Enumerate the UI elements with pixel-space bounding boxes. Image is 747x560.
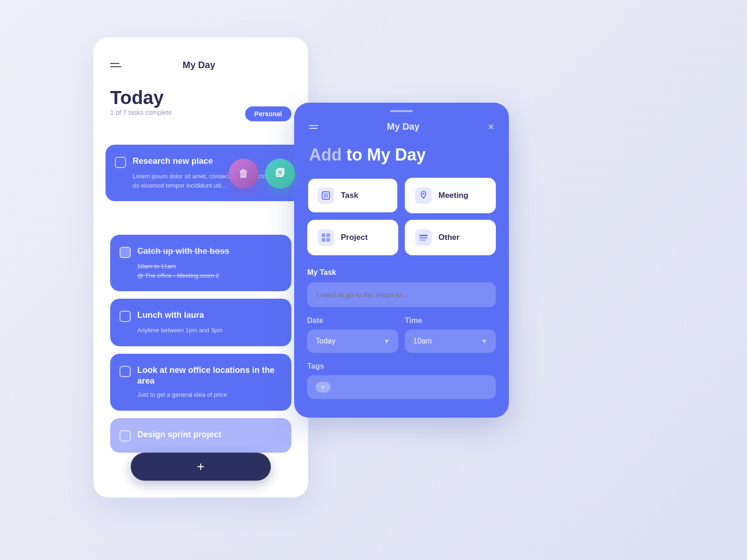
date-value: Today [316, 337, 336, 345]
right-card: My Day × Add to My Day Task [294, 103, 509, 418]
date-label: Date [307, 316, 398, 325]
today-label: Today [110, 87, 291, 108]
type-other-button[interactable]: Other [405, 220, 496, 255]
task-name: Lunch with laura [137, 310, 204, 321]
datetime-row: Date Today ▼ Time 10am ▼ [294, 307, 509, 353]
card-title: My Day [183, 60, 215, 70]
svg-point-4 [423, 193, 424, 195]
task-card[interactable]: Catch up with the boss 10am to 11am@ The… [110, 235, 291, 291]
left-card: My Day Today 1 of 7 tasks complete Perso… [93, 37, 308, 497]
type-project-label: Project [341, 233, 368, 242]
fab-delete-button[interactable]: 🗑 [229, 159, 259, 189]
svg-rect-6 [326, 233, 330, 237]
other-icon [415, 229, 432, 246]
type-meeting-label: Meeting [438, 191, 468, 200]
close-button[interactable]: × [488, 122, 494, 132]
meeting-icon [415, 187, 432, 204]
time-col: Time 10am ▼ [405, 316, 496, 353]
date-col: Date Today ▼ [307, 316, 398, 353]
menu-icon[interactable] [309, 125, 318, 129]
task-checkbox[interactable] [115, 157, 126, 168]
task-name: Catch up with the boss [137, 246, 229, 257]
task-row: Catch up with the boss [120, 246, 282, 258]
tags-label: Tags [307, 362, 496, 371]
type-project-button[interactable]: Project [307, 220, 398, 255]
tag-bubble: + [316, 382, 331, 392]
svg-rect-5 [322, 233, 325, 237]
type-task-button[interactable]: Task [307, 178, 398, 213]
fab-copy-button[interactable] [265, 159, 295, 189]
task-card[interactable]: Lunch with laura Anytime between 1pm and… [110, 299, 291, 346]
type-task-label: Task [341, 191, 359, 200]
chevron-down-icon: ▼ [383, 337, 390, 345]
task-card[interactable]: Design sprint project [110, 418, 291, 453]
time-select[interactable]: 10am ▼ [405, 329, 496, 353]
svg-rect-3 [324, 193, 328, 198]
task-desc: Just to get a general idea of price [137, 390, 282, 399]
my-task-label-prefix: My [307, 268, 317, 276]
task-icon [317, 187, 334, 204]
type-grid: Task Meeting Project [294, 178, 509, 268]
task-checkbox[interactable] [120, 311, 131, 322]
project-icon [317, 229, 334, 246]
my-task-label-suffix: Task [320, 268, 336, 276]
copy-icon [275, 167, 286, 181]
svg-rect-10 [419, 237, 428, 238]
type-meeting-button[interactable]: Meeting [405, 178, 496, 213]
type-other-label: Other [438, 233, 459, 242]
task-row: Design sprint project [120, 429, 282, 441]
right-card-header: My Day × [294, 108, 509, 141]
task-checkbox[interactable] [120, 430, 131, 441]
date-select[interactable]: Today ▼ [307, 329, 398, 353]
menu-icon[interactable] [110, 63, 121, 67]
my-task-label: My Task [307, 268, 496, 277]
tags-section: Tags + [294, 353, 509, 399]
task-row: Look at new office locations in the area [120, 365, 282, 387]
svg-rect-9 [419, 235, 428, 236]
tags-input-row[interactable]: + [307, 375, 496, 399]
to-my-day-text: to My Day [346, 145, 426, 164]
task-card[interactable]: Look at new office locations in the area… [110, 354, 291, 411]
trash-icon: 🗑 [239, 168, 249, 180]
task-input[interactable] [307, 282, 496, 307]
my-task-section: My Task [294, 268, 509, 307]
task-name: Look at new office locations in the area [137, 365, 282, 387]
tasks-complete: 1 of 7 tasks complete [110, 109, 172, 116]
time-value: 10am [413, 337, 432, 345]
add-to-day-title: Add to My Day [294, 141, 509, 178]
svg-rect-11 [419, 239, 426, 241]
time-label: Time [405, 316, 496, 325]
task-checkbox[interactable] [120, 366, 131, 377]
svg-rect-7 [322, 238, 325, 242]
svg-rect-8 [326, 238, 330, 242]
drag-handle[interactable] [390, 110, 413, 112]
chevron-down-icon: ▼ [481, 337, 487, 345]
modal-title: My Day [387, 121, 420, 132]
task-checkbox[interactable] [120, 247, 131, 258]
card-header: My Day [110, 60, 291, 70]
task-name: Research new place [133, 156, 213, 167]
add-word: Add [309, 145, 342, 164]
personal-badge[interactable]: Personal [245, 106, 291, 121]
task-desc: 10am to 11am@ The office - Meeting room … [137, 262, 282, 280]
add-button[interactable]: + [131, 453, 271, 481]
task-row: Lunch with laura [120, 310, 282, 322]
task-name: Design sprint project [137, 429, 221, 440]
task-desc: Anytime between 1pm and 3pm [137, 326, 282, 335]
svg-rect-1 [278, 168, 284, 175]
